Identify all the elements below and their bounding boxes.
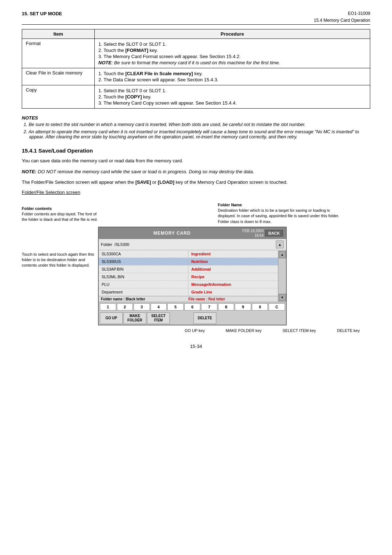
mc-legend: Folder name : Black letter File name : R… (99, 296, 278, 302)
sub-section-label: 15.4 Memory Card Operation (314, 18, 370, 23)
paragraph-2: The Folder/File Selection screen will ap… (22, 179, 370, 186)
file-right: Additional (188, 266, 278, 273)
numpad-1[interactable]: 1 (100, 303, 116, 311)
func-empty-1 (171, 312, 193, 324)
section-title: 15. SET UP MODE (22, 11, 62, 16)
file-right: Nutrition (188, 258, 278, 265)
file-row-6[interactable]: Department Grade Line (99, 288, 278, 296)
mc-main-area: SL5300CA Ingredient SL5300US Nutrition S… (99, 250, 286, 302)
file-left: SL5300US (99, 258, 188, 265)
folder-name-desc: Destination folder which is to be a targ… (218, 208, 339, 224)
top-annotation-row: Folder Name Destination folder which is … (98, 202, 370, 225)
file-row-5[interactable]: PLU Message/Information (99, 281, 278, 288)
sub-header: 15.4 Memory Card Operation (22, 18, 370, 25)
legend-left: Folder name : Black letter (101, 297, 188, 301)
numpad-2[interactable]: 2 (117, 303, 133, 311)
file-row-4[interactable]: SL53ML.BIN Recipe (99, 273, 278, 281)
procedure-table: Item Procedure Format 1. Select the SLOT… (22, 29, 370, 109)
notes-list: 1. Be sure to select the slot number in … (22, 122, 370, 139)
list-item: 2. An attempt to operate the memory card… (22, 129, 370, 139)
table-row: Clear File in Scale memory 1. Touch the … (22, 68, 370, 85)
delete-label: DELETE key (337, 328, 360, 333)
diagram-container: Folder contents Folder contents are disp… (22, 202, 370, 333)
numpad-9[interactable]: 9 (235, 303, 251, 311)
annotation-title: Folder contents (22, 206, 52, 211)
go-up-button[interactable]: GO UP (100, 312, 123, 324)
scroll-up-button[interactable]: ▲ (276, 240, 284, 248)
file-left: PLU (99, 281, 188, 288)
folder-path: /SL5300 (114, 242, 129, 247)
table-cell-item: Clear File in Scale memory (22, 68, 95, 85)
folder-file-label: Folder/File Selection screen (22, 190, 80, 195)
make-folder-button[interactable]: MAKEFOLDER (123, 312, 146, 324)
file-right: Grade Line (188, 288, 278, 296)
file-right: Recipe (188, 273, 278, 280)
note-label: NOTE: (22, 169, 36, 174)
numpad-7[interactable]: 7 (201, 303, 217, 311)
numpad-5[interactable]: 5 (167, 303, 184, 311)
notes-title: NOTES (22, 115, 370, 121)
file-left: SL5300CA (99, 250, 188, 258)
page-number: 15-34 (22, 344, 370, 349)
table-cell-item: Copy (22, 85, 95, 109)
numpad-8[interactable]: 8 (218, 303, 234, 311)
func-empty-3 (240, 312, 262, 324)
table-header-procedure: Procedure (95, 29, 370, 39)
mc-time: 18:54 (254, 234, 264, 238)
numpad-c[interactable]: C (269, 303, 285, 311)
mc-file-list: SL5300CA Ingredient SL5300US Nutrition S… (99, 250, 278, 302)
table-cell-item: Format (22, 39, 95, 68)
memory-card-ui: MEMORY CARD FEB.18,2003 18:54 BACK Folde… (98, 227, 287, 325)
numpad-4[interactable]: 4 (151, 303, 167, 311)
file-row-3[interactable]: SL53AP.BIN Additional (99, 266, 278, 273)
annotation-touch: Touch to select and touch again then thi… (22, 252, 98, 268)
legend-right: File name : Red letter (188, 297, 276, 301)
file-row-2[interactable]: SL5300US Nutrition (99, 258, 278, 266)
scrollbar-down[interactable]: ▼ (279, 294, 286, 301)
section-heading: 15.4.1 Save/Load Operation (22, 147, 370, 154)
page-header: 15. SET UP MODE EO1-31009 (22, 11, 370, 16)
file-right: Ingredient (188, 250, 278, 258)
numpad-6[interactable]: 6 (184, 303, 201, 311)
file-left: Department (99, 288, 188, 296)
numpad-0[interactable]: 0 (252, 303, 268, 311)
mc-folder-row: Folder /SL5300 ▲ (99, 239, 286, 250)
table-cell-procedure: 1. Touch the [CLEAR File in Scale memory… (95, 68, 370, 85)
note-text: DO NOT remove the memory card while the … (38, 169, 254, 174)
table-header-item: Item (22, 29, 95, 39)
mc-numpad: 1 2 3 4 5 6 7 8 9 0 C (99, 302, 286, 312)
doc-number: EO1-31009 (348, 11, 370, 16)
file-right: Message/Information (188, 281, 278, 288)
table-cell-procedure: 1. Select the SLOT 0 or SLOT 1. 2. Touch… (95, 85, 370, 109)
list-item: 1. Be sure to select the slot number in … (22, 122, 370, 127)
left-annotations: Folder contents Folder contents are disp… (22, 202, 98, 333)
right-area: Folder Name Destination folder which is … (98, 202, 370, 333)
folder-name-annotation: Folder Name Destination folder which is … (218, 202, 341, 225)
func-empty-2 (217, 312, 239, 324)
mc-funcrow: GO UP MAKEFOLDER SELECTITEM DELETE (99, 312, 286, 325)
file-row-1[interactable]: SL5300CA Ingredient (99, 250, 278, 258)
func-empty-4 (263, 312, 285, 324)
annotation-desc: Folder contents are disp layed. The font… (22, 212, 98, 222)
folder-label: Folder (101, 242, 112, 247)
mc-date: FEB.18,2003 (242, 229, 264, 233)
mc-datetime: FEB.18,2003 18:54 (242, 228, 264, 238)
scrollbar-up[interactable]: ▲ (279, 251, 286, 258)
annotation-touch-desc: Touch to select and touch again then thi… (22, 252, 94, 268)
delete-button[interactable]: DELETE (193, 312, 216, 324)
make-folder-label: MAKE FOLDER key (226, 328, 262, 333)
folder-name-title: Folder Name (218, 203, 242, 207)
select-item-button[interactable]: SELECTITEM (147, 312, 170, 324)
table-cell-procedure: 1. Select the SLOT 0 or SLOT 1. 2. Touch… (95, 39, 370, 68)
paragraph-1: You can save data onto the memory card o… (22, 157, 370, 165)
notes-section: NOTES 1. Be sure to select the slot numb… (22, 115, 370, 139)
mc-titlebar: MEMORY CARD FEB.18,2003 18:54 BACK (99, 227, 286, 239)
select-item-label: SELECT ITEM key (282, 328, 316, 333)
back-button[interactable]: BACK (265, 230, 283, 236)
table-row: Copy 1. Select the SLOT 0 or SLOT 1. 2. … (22, 85, 370, 109)
mc-scrollbar: ▲ ▼ (278, 250, 286, 302)
go-up-label: GO UP key (185, 328, 205, 333)
numpad-3[interactable]: 3 (134, 303, 150, 311)
mc-title: MEMORY CARD (102, 231, 242, 236)
file-left: SL53ML.BIN (99, 273, 188, 280)
